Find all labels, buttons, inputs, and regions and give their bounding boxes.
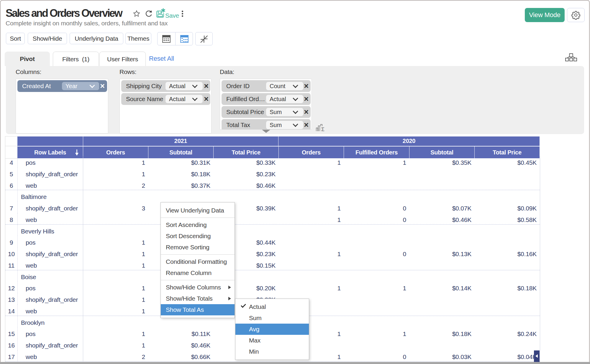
svg-text:Σ: Σ	[321, 126, 324, 131]
